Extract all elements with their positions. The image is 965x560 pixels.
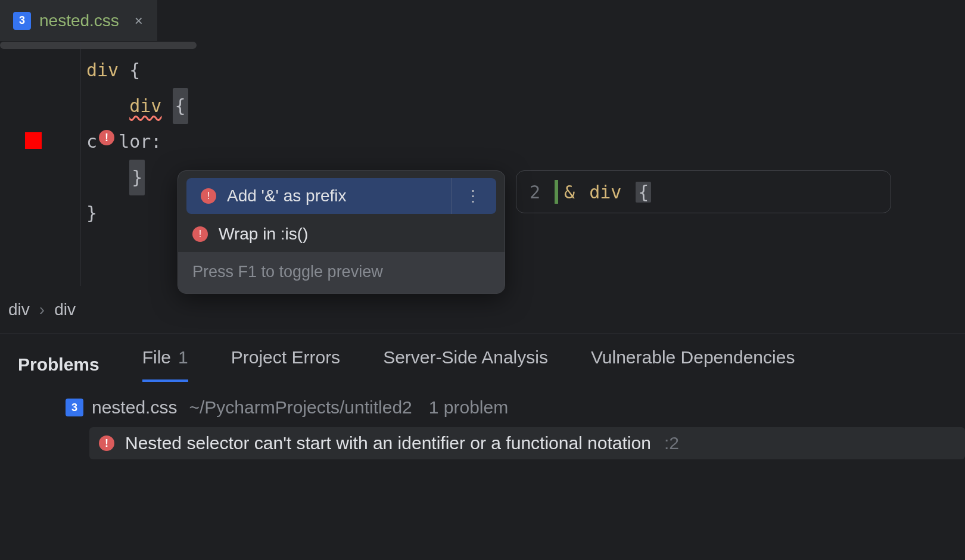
preview-line-number: 2 <box>530 182 540 203</box>
close-tab-icon[interactable]: × <box>135 13 143 29</box>
editor-tab[interactable]: 3 nested.css × <box>0 0 157 41</box>
quickfix-preview: 2 & div { <box>516 170 891 213</box>
intention-label: Add '&' as prefix <box>227 186 347 206</box>
diff-insert-marker <box>555 180 558 204</box>
issue-location: :2 <box>664 433 679 453</box>
tab-server-side-analysis[interactable]: Server-Side Analysis <box>383 347 548 382</box>
css-file-icon: 3 <box>13 12 31 30</box>
preview-token: & <box>564 182 575 203</box>
code-area[interactable]: div { div { c lor: } } <box>86 52 188 231</box>
intention-actions-popup: ! Add '&' as prefix ⋮ ! Wrap in :is() Pr… <box>178 170 505 294</box>
problems-file-name: nested.css <box>92 397 177 418</box>
editor-gutter <box>0 42 80 286</box>
error-bulb-icon: ! <box>192 226 208 242</box>
problems-file-path: ~/PycharmProjects/untitled2 <box>189 397 412 418</box>
tab-file[interactable]: File1 <box>142 347 188 382</box>
preview-token: div <box>589 182 621 203</box>
problems-file-summary: 1 problem <box>429 397 508 418</box>
tab-label: nested.css <box>39 11 119 30</box>
error-icon: ! <box>99 435 114 451</box>
intention-hint: Press F1 to toggle preview <box>178 252 505 293</box>
code-line[interactable]: div { <box>86 88 188 124</box>
code-line[interactable]: } <box>86 160 188 195</box>
problems-tab-bar: Problems File1 Project Errors Server-Sid… <box>0 334 965 382</box>
code-line[interactable]: c lor: <box>86 124 188 160</box>
css-file-icon: 3 <box>66 399 83 416</box>
issue-message: Nested selector can't start with an iden… <box>125 433 651 453</box>
breadcrumb[interactable]: div › div <box>8 300 76 319</box>
chevron-right-icon: › <box>39 300 45 319</box>
tab-vulnerable-dependencies[interactable]: Vulnerable Dependencies <box>591 347 795 382</box>
tab-bar: 3 nested.css × <box>0 0 965 42</box>
intention-more-icon[interactable]: ⋮ <box>452 178 482 214</box>
problems-list: 3 nested.css ~/PycharmProjects/untitled2… <box>0 382 965 459</box>
code-line[interactable]: } <box>86 195 188 231</box>
error-bulb-icon: ! <box>201 188 216 204</box>
gutter-color-swatch[interactable] <box>25 132 42 149</box>
problems-panel: Problems File1 Project Errors Server-Sid… <box>0 334 965 560</box>
intention-label: Wrap in :is() <box>219 225 308 244</box>
breadcrumb-item[interactable]: div <box>54 300 76 319</box>
problems-title: Problems <box>18 354 99 375</box>
problems-file-row[interactable]: 3 nested.css ~/PycharmProjects/untitled2… <box>66 393 965 422</box>
code-editor[interactable]: ! div { div { c lor: } } ! Add '&' as pr… <box>0 42 965 286</box>
code-line[interactable]: div { <box>86 52 188 88</box>
intention-add-amp-prefix[interactable]: ! Add '&' as prefix ⋮ <box>186 178 496 214</box>
problems-issue-row[interactable]: ! Nested selector can't start with an id… <box>89 427 965 459</box>
error-token: div <box>129 88 161 124</box>
intention-wrap-in-is[interactable]: ! Wrap in :is() <box>178 216 505 252</box>
preview-token: { <box>636 182 651 203</box>
tab-project-errors[interactable]: Project Errors <box>231 347 340 382</box>
breadcrumb-item[interactable]: div <box>8 300 30 319</box>
